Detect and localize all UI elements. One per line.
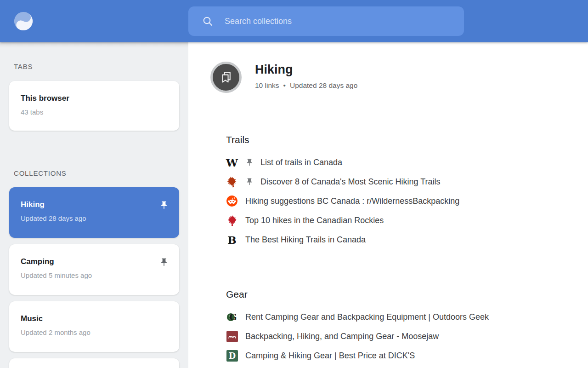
link-title: Rent Camping Gear and Backpacking Equipm… bbox=[245, 312, 489, 322]
dicks-icon: D bbox=[226, 350, 238, 362]
letter-b-icon: B bbox=[226, 234, 238, 246]
collection-name: Hiking bbox=[21, 200, 168, 209]
section-links: G Rent Camping Gear and Backpacking Equi… bbox=[226, 307, 574, 365]
link-row[interactable]: G Rent Camping Gear and Backpacking Equi… bbox=[226, 307, 574, 327]
collection-updated: Updated 28 days ago bbox=[21, 214, 168, 222]
sections: Trails W List of trails in Canada Discov… bbox=[226, 134, 574, 365]
link-title: The Best Hiking Trails in Canada bbox=[245, 235, 366, 245]
link-row[interactable]: Hiking suggestions BC Canada : r/Wildern… bbox=[226, 191, 574, 211]
collection-updated: Updated 2 months ago bbox=[21, 328, 168, 336]
collection-card[interactable]: Music Updated 2 months ago bbox=[9, 301, 179, 352]
collection-avatar bbox=[210, 62, 242, 93]
collections-bookmark-icon bbox=[218, 69, 234, 85]
link-title: Discover 8 of Canada's Most Scenic Hikin… bbox=[260, 177, 441, 187]
link-section: Gear G Rent Camping Gear and Backpacking… bbox=[226, 289, 574, 365]
main-panel: Hiking 10 links • Updated 28 days ago Tr… bbox=[188, 42, 588, 368]
meta-dot: • bbox=[283, 81, 286, 90]
browser-card-title: This browser bbox=[21, 94, 168, 103]
svg-text:D: D bbox=[228, 351, 235, 360]
collection-header: Hiking 10 links • Updated 28 days ago bbox=[210, 62, 357, 93]
tabs-heading: TABS bbox=[14, 63, 33, 70]
link-title: Camping & Hiking Gear | Best Price at DI… bbox=[245, 351, 415, 361]
page-title: Hiking bbox=[255, 63, 357, 77]
search-bar[interactable] bbox=[188, 6, 464, 36]
link-pin-icon[interactable] bbox=[245, 178, 254, 186]
collections-list: Hiking Updated 28 days ago Camping Updat… bbox=[9, 187, 179, 368]
section-heading: Trails bbox=[226, 134, 574, 145]
maple-leaf-red-icon bbox=[226, 214, 238, 227]
pin-icon[interactable] bbox=[159, 258, 169, 267]
sidebar: TABS This browser 43 tabs COLLECTIONS Hi… bbox=[0, 42, 188, 368]
collection-name: Camping bbox=[21, 257, 168, 266]
maple-leaf-rust-icon bbox=[226, 176, 238, 188]
app-logo-icon bbox=[13, 11, 34, 32]
search-icon bbox=[202, 16, 213, 27]
collection-card[interactable]: Hiking Updated 28 days ago bbox=[9, 187, 179, 238]
section-links: W List of trails in Canada Discover 8 of… bbox=[226, 153, 574, 249]
app-header bbox=[0, 0, 588, 42]
collections-heading: COLLECTIONS bbox=[14, 169, 67, 177]
link-row[interactable]: W List of trails in Canada bbox=[226, 153, 574, 172]
link-row[interactable]: Top 10 hikes in the Canadian Rockies bbox=[226, 211, 574, 230]
svg-text:G: G bbox=[229, 312, 237, 322]
link-row[interactable]: D Camping & Hiking Gear | Best Price at … bbox=[226, 346, 574, 365]
link-title: Backpacking, Hiking, and Camping Gear - … bbox=[245, 332, 439, 341]
link-title: Top 10 hikes in the Canadian Rockies bbox=[245, 216, 384, 225]
link-row[interactable]: Backpacking, Hiking, and Camping Gear - … bbox=[226, 327, 574, 346]
link-section: Trails W List of trails in Canada Discov… bbox=[226, 134, 574, 249]
search-input[interactable] bbox=[225, 17, 453, 26]
browser-card-subtitle: 43 tabs bbox=[21, 108, 168, 116]
collection-card[interactable]: Camping Updated 5 minutes ago bbox=[9, 244, 179, 295]
pin-icon[interactable] bbox=[159, 201, 169, 210]
collection-card-partial[interactable] bbox=[9, 358, 179, 368]
reddit-icon bbox=[226, 195, 238, 207]
link-pin-icon[interactable] bbox=[245, 158, 254, 167]
outdoors-geek-icon: G bbox=[226, 311, 238, 323]
link-row[interactable]: Discover 8 of Canada's Most Scenic Hikin… bbox=[226, 172, 574, 191]
collection-header-text: Hiking 10 links • Updated 28 days ago bbox=[255, 62, 357, 93]
section-heading: Gear bbox=[226, 289, 574, 300]
link-title: Hiking suggestions BC Canada : r/Wildern… bbox=[245, 196, 459, 206]
updated-text: Updated 28 days ago bbox=[290, 81, 357, 90]
link-title: List of trails in Canada bbox=[260, 158, 342, 167]
link-row[interactable]: B The Best Hiking Trails in Canada bbox=[226, 230, 574, 249]
this-browser-card[interactable]: This browser 43 tabs bbox=[9, 81, 179, 131]
moosejaw-icon bbox=[226, 330, 238, 343]
links-count: 10 links bbox=[255, 81, 279, 90]
collection-meta: 10 links • Updated 28 days ago bbox=[255, 81, 357, 90]
wikipedia-icon: W bbox=[226, 156, 238, 169]
collection-name: Music bbox=[21, 314, 168, 323]
collection-updated: Updated 5 minutes ago bbox=[21, 271, 168, 279]
